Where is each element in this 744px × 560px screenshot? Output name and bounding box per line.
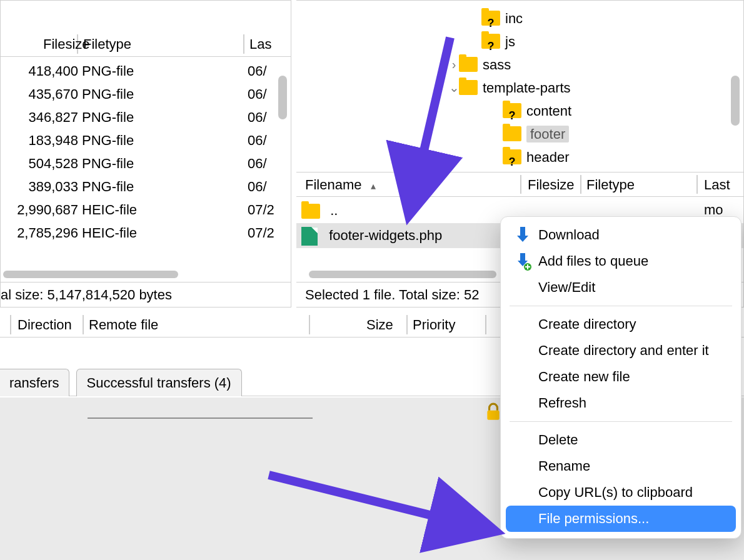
local-filedate: 06/	[248, 59, 267, 82]
col-size[interactable]: Size	[366, 312, 393, 338]
local-filetype: PNG-file	[82, 175, 134, 198]
menu-label: View/Edit	[538, 279, 595, 295]
local-file-row[interactable]: 418,400PNG-file06/	[1, 59, 291, 82]
local-filesize: 389,033	[0, 175, 78, 198]
local-filesize: 346,827	[0, 106, 78, 129]
menu-item[interactable]: Refresh	[506, 390, 736, 416]
local-filedate: 06/	[248, 106, 267, 129]
local-filesize: 418,400	[0, 59, 78, 82]
local-filedate: 06/	[248, 82, 267, 106]
tree-item[interactable]: content	[296, 98, 743, 121]
local-filedate: 06/	[248, 129, 267, 152]
sort-asc-icon: ▴	[371, 174, 376, 199]
menu-label: Copy URL(s) to clipboard	[538, 484, 693, 500]
menu-item[interactable]: Delete	[506, 427, 736, 453]
menu-label: Rename	[538, 458, 590, 474]
menu-item[interactable]: View/Edit	[506, 274, 736, 301]
local-filedate: 07/2	[248, 221, 274, 244]
folder-icon	[481, 11, 500, 26]
remote-tree[interactable]: incjs›sass⌄template-partscontentfooterhe…	[296, 1, 743, 169]
tree-label: inc	[505, 11, 523, 26]
menu-item[interactable]: Rename	[506, 453, 736, 479]
tree-label: content	[526, 103, 571, 119]
local-header: Filesize Filetype Las	[1, 32, 291, 57]
col-lastmod-r[interactable]: Last mo	[704, 172, 743, 198]
menu-label: Add files to queue	[538, 253, 648, 269]
context-menu: DownloadAdd files to queueView/EditCreat…	[500, 216, 741, 539]
menu-label: Delete	[538, 432, 578, 448]
menu-item[interactable]: Create directory	[506, 311, 736, 338]
local-filesize: 183,948	[0, 129, 78, 152]
local-file-row[interactable]: 2,990,687HEIC-file07/2	[1, 198, 291, 221]
menu-item[interactable]: Add files to queue	[506, 248, 736, 274]
col-filesize-r[interactable]: Filesize	[528, 172, 575, 198]
menu-label: Create new file	[538, 369, 630, 384]
twisty-icon[interactable]: ⌄	[449, 76, 459, 99]
local-file-row[interactable]: 435,670PNG-file06/	[1, 82, 291, 106]
folder-icon	[503, 126, 521, 141]
menu-label: Create directory and enter it	[538, 342, 709, 358]
local-filesize: 504,528	[0, 152, 78, 175]
local-hscroll[interactable]	[3, 271, 178, 278]
remote-file-name: footer-widgets.php	[329, 228, 442, 243]
col-filetype[interactable]: Filetype	[83, 32, 131, 57]
local-file-row[interactable]: 183,948PNG-file06/	[1, 129, 291, 152]
folder-icon	[459, 57, 478, 72]
local-file-row[interactable]: 504,528PNG-file06/	[1, 152, 291, 175]
tree-item[interactable]: header	[296, 144, 743, 168]
menu-label: Download	[538, 227, 600, 242]
col-priority[interactable]: Priority	[413, 312, 455, 338]
lock-icon	[485, 402, 501, 425]
menu-item[interactable]: Create new file	[506, 364, 736, 390]
svg-rect-0	[487, 411, 499, 420]
remote-tree-scroll[interactable]	[731, 76, 740, 126]
local-filetype: PNG-file	[82, 59, 134, 82]
local-vscroll[interactable]	[278, 76, 287, 119]
remote-up-label: ..	[330, 202, 338, 218]
col-filetype-r[interactable]: Filetype	[586, 172, 635, 198]
menu-label: Refresh	[538, 395, 586, 411]
local-filesize: 2,785,296	[0, 221, 78, 244]
tree-item[interactable]: inc	[296, 6, 743, 29]
tab-failed[interactable]: ransfers	[0, 369, 69, 396]
col-direction[interactable]: Direction	[18, 312, 72, 338]
tree-item[interactable]: footer	[296, 121, 743, 144]
tree-item[interactable]: js	[296, 29, 743, 52]
local-filetype: PNG-file	[82, 129, 134, 152]
menu-item[interactable]: File permissions...	[506, 506, 736, 532]
local-filetype: PNG-file	[82, 106, 134, 129]
tree-label: js	[505, 34, 515, 49]
menu-item[interactable]: Create directory and enter it	[506, 338, 736, 364]
remote-header: Filename ▴ Filesize Filetype Last mo	[296, 172, 743, 197]
local-filedate: 06/	[248, 175, 267, 198]
local-filesize: 435,670	[0, 82, 78, 106]
col-remotefile[interactable]: Remote file	[89, 312, 158, 338]
col-lastmod[interactable]: Las	[249, 32, 271, 57]
local-files-pane: Filesize Filetype Las 418,400PNG-file06/…	[0, 0, 291, 308]
col-filename[interactable]: Filename ▴	[305, 172, 376, 198]
local-filedate: 06/	[248, 152, 267, 175]
php-file-icon	[301, 227, 318, 246]
local-file-row[interactable]: 389,033PNG-file06/	[1, 175, 291, 198]
menu-item[interactable]: Copy URL(s) to clipboard	[506, 479, 736, 506]
remote-hscroll[interactable]	[309, 271, 496, 278]
local-filetype: HEIC-file	[82, 198, 137, 221]
folder-icon	[503, 149, 521, 164]
menu-label: Create directory	[538, 316, 636, 332]
local-file-row[interactable]: 2,785,296HEIC-file07/2	[1, 221, 291, 244]
tree-item[interactable]: ›sass	[296, 52, 743, 75]
local-filetype: HEIC-file	[82, 221, 137, 244]
tree-label: sass	[483, 57, 511, 72]
tree-label: footer	[526, 126, 569, 142]
menu-item[interactable]: Download	[506, 222, 736, 248]
tree-item[interactable]: ⌄template-parts	[296, 75, 743, 98]
tree-label: header	[526, 149, 570, 165]
tab-successful[interactable]: Successful transfers (4)	[76, 369, 242, 396]
tree-label: template-parts	[483, 80, 571, 96]
twisty-icon[interactable]: ›	[449, 53, 459, 76]
folder-icon	[481, 34, 500, 49]
local-file-row[interactable]: 346,827PNG-file06/	[1, 106, 291, 129]
folder-icon	[503, 103, 521, 118]
local-filesize: 2,990,687	[0, 198, 78, 221]
local-filedate: 07/2	[248, 198, 274, 221]
